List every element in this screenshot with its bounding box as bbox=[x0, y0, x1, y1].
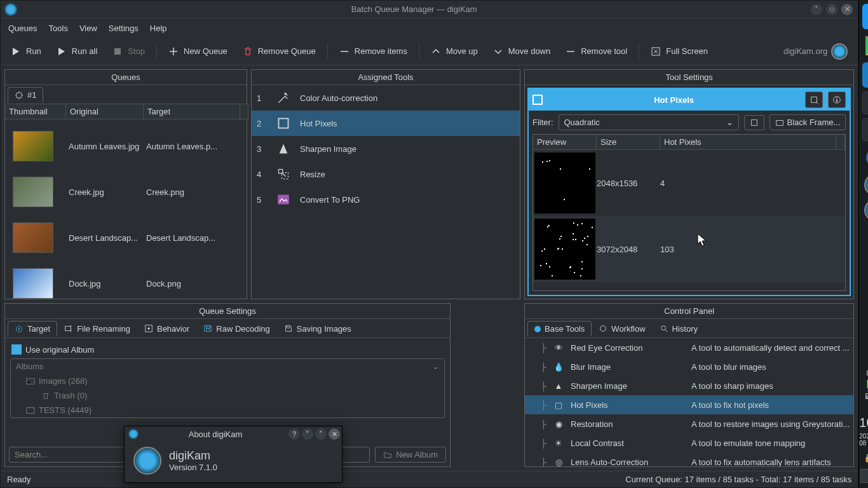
tab-file-renaming[interactable]: File Renaming bbox=[57, 321, 137, 336]
filter-select[interactable]: Quadratic⌄ bbox=[559, 114, 740, 130]
about-help-button[interactable]: ? bbox=[288, 428, 300, 440]
blackframe-row[interactable]: 3072x2048103 bbox=[533, 216, 845, 282]
kde-launcher-icon[interactable] bbox=[862, 4, 868, 29]
digikam-org-link[interactable]: digiKam.org bbox=[783, 43, 854, 60]
system-panel: 🖴 ⏚ 🔋 🖥 🔊 ◂ 10:17 2020-08-08 🔒 ⏻ bbox=[858, 0, 868, 488]
tool-icon bbox=[276, 116, 291, 131]
about-max-button[interactable]: ˄ bbox=[315, 428, 327, 440]
maximize-button[interactable]: ◇ bbox=[826, 4, 837, 15]
picture-icon bbox=[26, 377, 35, 386]
col-hotpixels[interactable]: Hot Pixels bbox=[660, 135, 836, 150]
tab-base-tools[interactable]: Base Tools bbox=[527, 321, 592, 336]
clock[interactable]: 10:17 bbox=[859, 416, 868, 430]
assigned-tool-item[interactable]: 5Convert To PNG bbox=[252, 187, 520, 212]
fullscreen-button[interactable]: Full Screen bbox=[644, 43, 714, 60]
queue-tab-1[interactable]: #1 bbox=[8, 87, 43, 102]
menu-view[interactable]: View bbox=[79, 24, 97, 33]
tool-tree-item[interactable]: ├◎Lens Auto-CorrectionA tool to fix auto… bbox=[525, 452, 853, 466]
blackframe-row[interactable]: 2048x15364 bbox=[533, 150, 845, 216]
move-down-button[interactable]: Move down bbox=[487, 43, 557, 60]
about-close-button[interactable]: ✕ bbox=[329, 428, 340, 440]
info-button[interactable] bbox=[828, 92, 846, 108]
display-icon[interactable]: 🖥 bbox=[864, 391, 868, 401]
tree-item-images: Images (268) bbox=[11, 374, 444, 388]
about-dialog[interactable]: About digiKam ? ˅ ˄ ✕ digiKam Version 7.… bbox=[124, 426, 342, 483]
hotpixel-table[interactable]: Preview Size Hot Pixels 2048x153643072x2… bbox=[532, 134, 846, 291]
run-all-button[interactable]: Run all bbox=[50, 43, 104, 60]
use-original-album-checkbox[interactable]: Use original Album bbox=[11, 344, 444, 355]
queue-item[interactable]: Desert Landscap... Desert Landscap... bbox=[5, 215, 247, 261]
black-frame-button[interactable]: Black Frame... bbox=[770, 114, 846, 130]
panel-expand-1[interactable] bbox=[862, 92, 868, 114]
col-thumbnail[interactable]: Thumbnail bbox=[5, 104, 66, 119]
tab-history[interactable]: History bbox=[653, 321, 705, 336]
firefox-icon[interactable] bbox=[862, 145, 868, 170]
reset-settings-button[interactable] bbox=[805, 92, 823, 108]
launcher-apps-icon[interactable] bbox=[862, 33, 868, 58]
col-target[interactable]: Target bbox=[144, 104, 240, 119]
digikam-tray-icon-1[interactable] bbox=[864, 174, 868, 196]
queue-item[interactable]: Creek.jpg Creek.png bbox=[5, 169, 247, 215]
tab-raw-decoding[interactable]: RRaw Decoding bbox=[196, 321, 277, 336]
menu-tools[interactable]: Tools bbox=[49, 24, 68, 33]
tool-enable-checkbox[interactable] bbox=[532, 95, 543, 105]
svg-point-12 bbox=[18, 328, 20, 330]
tool-tree-item[interactable]: ├👁Red Eye CorrectionA tool to automatica… bbox=[525, 338, 853, 357]
tool-icon: 💧 bbox=[553, 362, 564, 372]
file-manager-icon[interactable] bbox=[862, 62, 868, 88]
assigned-tool-item[interactable]: 2Hot Pixels bbox=[252, 111, 520, 136]
remove-queue-button[interactable]: Remove Queue bbox=[236, 43, 322, 60]
original-filename: Desert Landscap... bbox=[66, 232, 144, 244]
run-button[interactable]: Run bbox=[4, 43, 48, 60]
gear-icon bbox=[599, 324, 607, 333]
stop-button[interactable]: Stop bbox=[106, 43, 151, 60]
col-preview[interactable]: Preview bbox=[533, 135, 597, 150]
queue-items-list[interactable]: Autumn Leaves.jpg Autumn Leaves.p... Cre… bbox=[5, 123, 247, 299]
lock-icon[interactable]: 🔒 bbox=[864, 453, 868, 463]
menu-queues[interactable]: Queues bbox=[8, 24, 37, 33]
remove-tool-button[interactable]: Remove tool bbox=[559, 43, 634, 60]
filter-reset-button[interactable] bbox=[744, 115, 764, 130]
col-size[interactable]: Size bbox=[597, 135, 660, 150]
assigned-tool-item[interactable]: 3Sharpen Image bbox=[252, 136, 520, 161]
minimize-button[interactable]: ˅ bbox=[811, 4, 822, 15]
tool-icon: ▲ bbox=[553, 381, 564, 391]
tab-workflow[interactable]: Workflow bbox=[592, 321, 652, 336]
tool-icon bbox=[276, 192, 291, 207]
svg-point-20 bbox=[600, 326, 606, 332]
queue-item[interactable]: Autumn Leaves.jpg Autumn Leaves.p... bbox=[5, 123, 247, 169]
menu-help[interactable]: Help bbox=[150, 24, 167, 33]
menu-settings[interactable]: Settings bbox=[109, 24, 139, 33]
tab-target[interactable]: Target bbox=[8, 321, 57, 336]
svg-rect-13 bbox=[65, 327, 71, 331]
digikam-tray-icon-2[interactable] bbox=[864, 200, 868, 221]
tool-tree-item[interactable]: ├💧Blur ImageA tool to blur images bbox=[525, 357, 853, 376]
tab-saving-images[interactable]: Saving Images bbox=[277, 321, 358, 336]
app-icon bbox=[4, 3, 17, 16]
new-queue-button[interactable]: New Queue bbox=[162, 43, 234, 60]
tool-tree-item[interactable]: ├▲Sharpen ImageA tool to sharp images bbox=[525, 376, 853, 395]
remove-items-button[interactable]: Remove items bbox=[333, 43, 414, 60]
tab-behavior[interactable]: Behavior bbox=[137, 321, 196, 336]
pager-1[interactable] bbox=[860, 469, 868, 483]
queue-item[interactable]: Dock.jpg Dock.png bbox=[5, 261, 247, 299]
tool-tree-item[interactable]: ├☀Local ContrastA tool to emulate tone m… bbox=[525, 433, 853, 452]
tool-tree-item[interactable]: ├▢Hot PixelsA tool to fix hot pixels bbox=[525, 395, 853, 414]
window-title: Batch Queue Manager — digiKam bbox=[17, 4, 811, 14]
assigned-tool-item[interactable]: 4Resize bbox=[252, 161, 520, 187]
close-button[interactable]: ✕ bbox=[841, 4, 853, 15]
col-original[interactable]: Original bbox=[66, 104, 144, 119]
about-min-button[interactable]: ˅ bbox=[302, 428, 313, 440]
move-up-button[interactable]: Move up bbox=[424, 43, 484, 60]
tool-tree-item[interactable]: ├◉RestorationA tool to restore images us… bbox=[525, 414, 853, 433]
preview-thumb bbox=[534, 219, 595, 280]
titlebar[interactable]: Batch Queue Manager — digiKam ˅ ◇ ✕ bbox=[1, 1, 858, 18]
assigned-tool-item[interactable]: 1Color Auto-correction bbox=[252, 85, 520, 111]
target-filename: Desert Landscap... bbox=[144, 232, 240, 244]
assigned-tools-list[interactable]: 1Color Auto-correction2Hot Pixels3Sharpe… bbox=[252, 85, 520, 212]
battery-icon[interactable]: 🔋 bbox=[864, 379, 868, 389]
digikam-logo-icon bbox=[831, 43, 848, 60]
tools-tree[interactable]: ├👁Red Eye CorrectionA tool to automatica… bbox=[525, 338, 853, 466]
tool-icon bbox=[276, 166, 291, 182]
panel-expand-2[interactable] bbox=[862, 118, 868, 141]
